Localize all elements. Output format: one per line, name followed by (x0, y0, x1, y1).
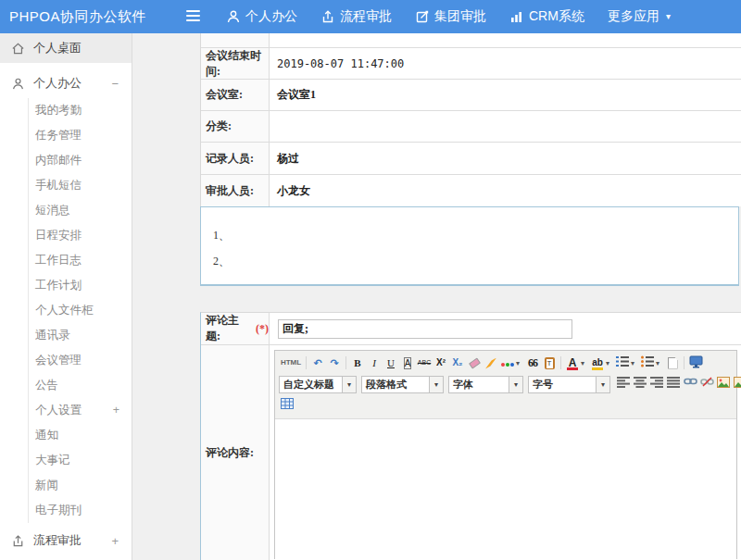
strikethrough-icon[interactable]: ABC (416, 355, 433, 371)
nav-label: 集团审批 (434, 8, 486, 25)
field-label: 评论主题: (*) (201, 313, 270, 344)
remove-format-eraser-icon[interactable] (466, 355, 483, 371)
collapse-icon[interactable]: − (111, 77, 119, 91)
sidebar-group-personal-office[interactable]: 个人办公 − (0, 68, 132, 98)
required-mark: (*) (256, 322, 269, 336)
sidebar-item-notifications[interactable]: 通知 (29, 423, 132, 448)
user-icon (226, 9, 241, 24)
fullscreen-monitor-icon[interactable] (687, 355, 704, 371)
sidebar-item-work-log[interactable]: 工作日志 (29, 248, 132, 273)
custom-title-select[interactable]: 自定义标题 ▾ (279, 376, 357, 393)
blockquote-icon[interactable]: 66 (524, 355, 541, 371)
field-label: 会议结束时间: (201, 48, 270, 79)
field-label: 会议室: (201, 80, 270, 110)
sidebar-item-attendance[interactable]: 我的考勤 (29, 98, 132, 123)
remove-link-icon[interactable] (698, 377, 715, 392)
topbar: PHPOA协同办公软件 个人办公 流程审批 (0, 0, 741, 33)
superscript-icon[interactable]: X² (433, 355, 449, 371)
subscript-icon[interactable]: X₂ (449, 355, 466, 371)
bold-icon[interactable]: B (349, 355, 366, 371)
sidebar-item-contacts[interactable]: 通讯录 (29, 323, 132, 348)
upload-image-icon[interactable] (732, 377, 741, 392)
insert-table-icon[interactable] (279, 398, 295, 414)
nav-personal-office[interactable]: 个人办公 (226, 8, 297, 25)
sidebar-item-desktop[interactable]: 个人桌面 (0, 33, 132, 63)
comment-form-table: 评论主题: (*) 评论内容: HTML ↶ ↷ (200, 312, 741, 560)
workflow-icon (320, 9, 335, 24)
sidebar-item-tasks[interactable]: 任务管理 (29, 123, 132, 148)
nav-more-apps[interactable]: 更多应用 ▾ (608, 8, 671, 25)
color-palette-icon[interactable] (499, 355, 516, 371)
undo-icon[interactable]: ↶ (309, 355, 326, 371)
align-right-icon[interactable] (648, 377, 665, 392)
content-line: 2、 (213, 248, 738, 274)
comment-subject-row: 评论主题: (*) (201, 313, 741, 345)
sidebar-item-short-message[interactable]: 短消息 (29, 198, 132, 223)
bar-chart-icon (509, 9, 524, 24)
nav-workflow-approval[interactable]: 流程审批 (320, 8, 392, 25)
align-center-icon[interactable] (632, 377, 648, 392)
palette-dropdown-icon[interactable]: ▾ (516, 359, 524, 367)
new-page-icon[interactable] (664, 355, 681, 371)
table-row-end-time: 会议结束时间: 2019-08-07 11:47:00 (201, 48, 741, 80)
highlight-color-icon[interactable]: ab (589, 355, 606, 371)
sidebar-item-sms[interactable]: 手机短信 (29, 173, 132, 198)
field-value: 会议室1 (270, 80, 741, 110)
paragraph-format-select[interactable]: 段落格式 ▾ (361, 376, 444, 393)
redo-icon[interactable]: ↷ (326, 355, 343, 371)
font-style-icon[interactable]: A (399, 355, 416, 371)
source-code-button[interactable]: HTML (279, 355, 303, 371)
ordered-list-dropdown-icon[interactable]: ▾ (631, 359, 639, 367)
home-icon (11, 42, 25, 56)
comment-subject-input[interactable] (278, 319, 572, 339)
insert-image-icon[interactable] (715, 377, 732, 392)
align-justify-icon[interactable] (665, 377, 682, 392)
workflow-icon (11, 534, 25, 548)
nav-group-approval[interactable]: 集团审批 (415, 8, 486, 25)
font-color-icon[interactable]: A (564, 355, 581, 371)
chevron-down-icon: ▾ (509, 377, 522, 392)
sidebar-item-work-plan[interactable]: 工作计划 (29, 273, 132, 298)
format-brush-icon[interactable] (483, 355, 499, 371)
sidebar-item-file-cabinet[interactable]: 个人文件柜 (29, 298, 132, 323)
sidebar-item-label: 流程审批 (33, 532, 82, 549)
sidebar-item-major-events[interactable]: 大事记 (29, 448, 132, 473)
editor-content-area[interactable] (275, 419, 736, 560)
sidebar: 个人桌面 个人办公 − 我的考勤 任务管理 内部邮件 手机短信 短消息 日程安排… (0, 33, 132, 560)
editor-toolbar: HTML ↶ ↷ B I U A ABC X² X₂ (275, 351, 736, 419)
sidebar-group-workflow-approval[interactable]: 流程审批 + (0, 526, 132, 555)
underline-icon[interactable]: U (383, 355, 399, 371)
font-color-dropdown-icon[interactable]: ▾ (581, 359, 589, 367)
sidebar-item-news[interactable]: 新闻 (29, 473, 132, 498)
unordered-list-dropdown-icon[interactable]: ▾ (656, 359, 664, 367)
edit-icon (415, 9, 430, 24)
sidebar-item-personal-settings[interactable]: 个人设置 + (29, 398, 132, 423)
nav-label: 个人办公 (245, 8, 297, 25)
app-title: PHPOA协同办公软件 (9, 0, 146, 33)
hamburger-menu-icon[interactable] (186, 10, 200, 23)
sidebar-item-e-journal[interactable]: 电子期刊 (29, 498, 132, 523)
sidebar-item-label: 个人办公 (33, 75, 82, 92)
rich-text-editor: HTML ↶ ↷ B I U A ABC X² X₂ (274, 350, 737, 559)
table-row-category: 分类: (201, 111, 741, 143)
align-left-icon[interactable] (615, 377, 632, 392)
expand-icon[interactable]: + (111, 534, 119, 548)
ordered-list-icon[interactable] (614, 355, 631, 371)
font-size-select[interactable]: 字号 ▾ (528, 376, 610, 393)
nav-crm-system[interactable]: CRM系统 (509, 8, 584, 25)
content-line: 1、 (213, 222, 738, 248)
unordered-list-icon[interactable] (639, 355, 656, 371)
table-row-recorder: 记录人员: 杨过 (201, 143, 741, 175)
field-label: 分类: (201, 111, 270, 142)
sidebar-item-schedule[interactable]: 日程安排 (29, 223, 132, 248)
insert-link-icon[interactable] (682, 377, 698, 392)
italic-icon[interactable]: I (366, 355, 383, 371)
sidebar-item-meetings[interactable]: 会议管理 (29, 348, 132, 373)
font-family-select[interactable]: 字体 ▾ (448, 376, 523, 393)
table-row-meeting-room: 会议室: 会议室1 (201, 80, 741, 111)
expand-icon[interactable]: + (113, 398, 119, 423)
sidebar-item-announcements[interactable]: 公告 (29, 373, 132, 398)
sidebar-item-internal-mail[interactable]: 内部邮件 (29, 148, 132, 173)
paste-plain-text-icon[interactable]: T (541, 355, 558, 371)
highlight-dropdown-icon[interactable]: ▾ (606, 359, 614, 367)
